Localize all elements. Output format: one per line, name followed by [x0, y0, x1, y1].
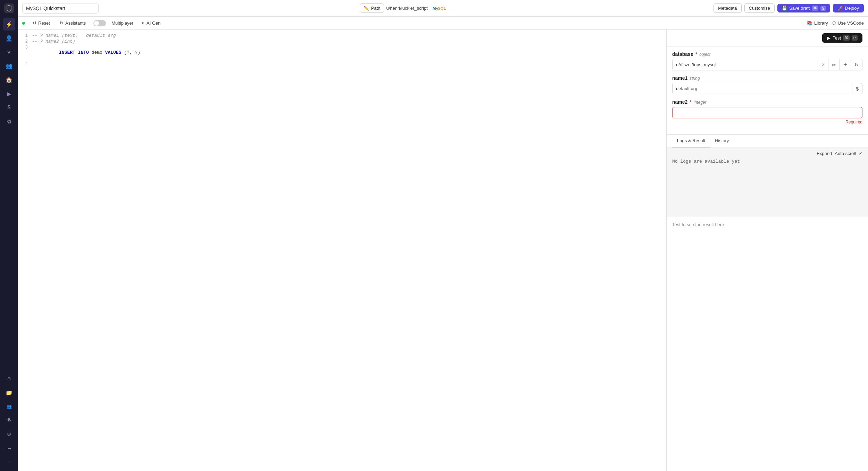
sidebar-bottom: ⊞ 📁 👥 👁 ⚙ ··· →	[3, 372, 15, 468]
database-add-button[interactable]: +	[840, 59, 851, 70]
sidebar-item-team[interactable]: 👥	[3, 60, 15, 72]
sidebar-item-tables[interactable]: ⊞	[3, 372, 15, 385]
result-area: Test to see the result here	[667, 217, 868, 471]
save-icon: 💾	[782, 6, 787, 11]
database-field: database * object × ✏ + ↻	[672, 51, 862, 70]
name2-field-type: integer	[694, 100, 707, 105]
line-content-3: INSERT INTO demo VALUES (?, ?)	[32, 45, 140, 60]
database-field-name: database	[672, 51, 693, 57]
logs-area: Expand Auto scroll ✓ No logs are availab…	[667, 147, 868, 217]
line-content-2: -- ? name2 (int)	[32, 39, 75, 44]
database-clear-button[interactable]: ×	[818, 59, 828, 70]
toolbar-right-buttons: 📚 Library ⬡ Use VSCode	[807, 20, 864, 26]
sidebar-item-integrations[interactable]: ✿	[3, 115, 15, 128]
topbar: MySQL Quickstart ✏️ Path u/henri/luckier…	[18, 0, 868, 17]
deploy-button[interactable]: 🚀 Deploy	[833, 4, 864, 12]
sidebar-item-user[interactable]: 👤	[3, 32, 15, 44]
path-label: Path	[371, 6, 381, 11]
sidebar-item-monitor[interactable]: 👁	[3, 414, 15, 427]
play-icon: ▶	[827, 35, 831, 41]
ai-gen-button[interactable]: ✦ AI Gen	[139, 19, 162, 27]
test-btn-area: ▶ Test ⌘ ↵	[667, 30, 868, 46]
tabs-bar: Logs & Result History	[667, 135, 868, 147]
line-number-4: 4	[18, 61, 32, 66]
line-number-2: 2	[18, 39, 32, 44]
name1-field-label: name1 string	[672, 75, 862, 81]
svg-text:SQL: SQL	[438, 6, 446, 10]
reset-icon: ↺	[33, 20, 36, 26]
sidebar-item-more[interactable]: ···	[3, 442, 15, 454]
reset-button[interactable]: ↺ Reset	[31, 19, 52, 27]
save-draft-button[interactable]: 💾 Save draft ⌘ S	[777, 4, 830, 12]
database-refresh-button[interactable]: ↻	[851, 59, 862, 70]
database-input-row: × ✏ + ↻	[672, 59, 862, 70]
test-button[interactable]: ▶ Test ⌘ ↵	[822, 33, 862, 43]
library-button[interactable]: 📚 Library	[807, 20, 828, 26]
tab-history[interactable]: History	[710, 135, 734, 147]
sidebar-item-users[interactable]: 👥	[3, 400, 15, 413]
test-label: Test	[833, 35, 841, 41]
sidebar-item-home[interactable]: 🏠	[3, 74, 15, 86]
database-required-star: *	[695, 51, 697, 57]
database-input[interactable]	[673, 59, 818, 70]
customise-button[interactable]: Customise	[744, 3, 775, 13]
name2-input[interactable]	[672, 107, 862, 118]
sidebar-item-play[interactable]: ▶	[3, 87, 15, 100]
sidebar: ⚡ 👤 ★ 👥 🏠 ▶ $ ✿ ⊞ 📁 👥 👁 ⚙	[0, 0, 18, 471]
assistants-button[interactable]: ↻ Assistants	[58, 19, 88, 27]
secondary-toolbar: ↺ Reset ↻ Assistants Multiplayer ✦ AI Ge…	[18, 17, 868, 30]
path-button[interactable]: ✏️ Path	[360, 3, 384, 13]
code-line-3: 3 INSERT INTO demo VALUES (?, ?)	[18, 44, 666, 61]
name2-field-label: name2 * integer	[672, 99, 862, 105]
save-draft-kbd1: ⌘	[812, 6, 818, 11]
sidebar-item-billing[interactable]: $	[3, 101, 15, 114]
path-value: u/henri/luckier_script	[386, 6, 427, 11]
sidebar-item-scripts[interactable]: ⚡	[3, 18, 15, 31]
line-number-3: 3	[18, 45, 32, 50]
library-label: Library	[814, 20, 828, 26]
assistants-label: Assistants	[65, 20, 86, 26]
library-icon: 📚	[807, 20, 812, 26]
name1-field-name: name1	[672, 75, 687, 81]
test-kbd: ⌘	[843, 35, 850, 41]
code-editor[interactable]: 1 -- ? name1 (text) = default arg 2 -- ?…	[18, 30, 667, 471]
result-placeholder: Test to see the result here	[672, 222, 724, 227]
name1-input[interactable]	[673, 83, 852, 94]
expand-button[interactable]: Expand	[817, 151, 832, 156]
vscode-button[interactable]: ⬡ Use VSCode	[832, 20, 864, 26]
ai-gen-label: AI Gen	[147, 20, 160, 26]
script-title-input[interactable]: MySQL Quickstart	[22, 3, 99, 14]
name1-dollar-button[interactable]: $	[852, 83, 862, 94]
pencil-icon: ✏️	[364, 6, 369, 11]
database-field-label: database * object	[672, 51, 862, 57]
tab-logs[interactable]: Logs & Result	[672, 135, 710, 147]
line-number-1: 1	[18, 33, 32, 38]
sidebar-item-favorites[interactable]: ★	[3, 46, 15, 58]
save-draft-kbd2: S	[820, 6, 826, 11]
vscode-label: Use VSCode	[838, 20, 864, 26]
test-kbd2: ↵	[852, 35, 858, 41]
line-content-1: -- ? name1 (text) = default arg	[32, 33, 116, 38]
main-area: MySQL Quickstart ✏️ Path u/henri/luckier…	[18, 0, 868, 471]
no-logs-text: No logs are available yet	[672, 159, 862, 164]
svg-text:My: My	[433, 6, 439, 10]
right-panel: ▶ Test ⌘ ↵ database * object	[667, 30, 868, 471]
logs-toolbar: Expand Auto scroll ✓	[672, 151, 862, 156]
save-draft-label: Save draft	[789, 6, 810, 11]
name2-required-star: *	[690, 99, 691, 105]
auto-scroll-check[interactable]: ✓	[859, 151, 862, 156]
code-line-2: 2 -- ? name2 (int)	[18, 38, 666, 44]
sidebar-item-files[interactable]: 📁	[3, 386, 15, 399]
database-field-type: object	[699, 52, 710, 57]
mysql-logo: My SQL	[430, 2, 453, 15]
sidebar-item-expand[interactable]: →	[3, 456, 15, 468]
metadata-button[interactable]: Metadata	[713, 3, 741, 13]
multiplayer-toggle[interactable]	[93, 20, 106, 26]
app-logo[interactable]	[3, 3, 15, 14]
ai-icon: ✦	[141, 20, 145, 26]
database-edit-button[interactable]: ✏	[828, 59, 840, 70]
deploy-label: Deploy	[845, 6, 859, 11]
reset-label: Reset	[38, 20, 50, 26]
mysql-label: My SQL	[433, 3, 450, 14]
sidebar-item-settings[interactable]: ⚙	[3, 428, 15, 440]
